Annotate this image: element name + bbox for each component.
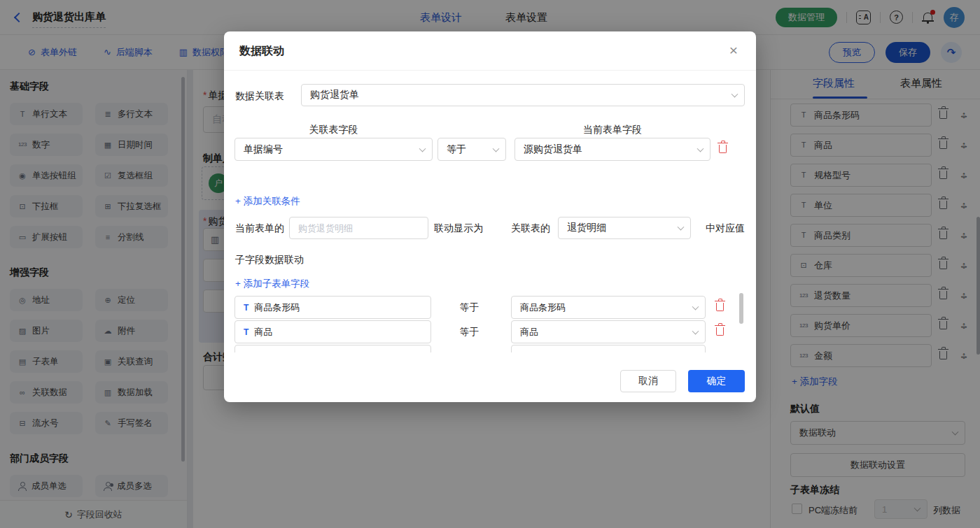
delete-subfield-icon[interactable] <box>716 327 724 336</box>
condition-operator-select[interactable]: 等于 <box>438 138 506 161</box>
delete-condition-icon[interactable] <box>719 145 727 153</box>
cancel-button[interactable]: 取消 <box>620 370 676 392</box>
text-field-icon: T <box>244 304 248 312</box>
subfield-target-select[interactable]: 商品条形码 <box>511 296 706 319</box>
chevron-down-icon <box>419 145 426 152</box>
right-column-header: 当前表单字段 <box>514 124 710 136</box>
linkage-display-label: 联动显示为 <box>434 222 483 235</box>
operator-label: 等于 <box>460 326 479 338</box>
subfield-source[interactable] <box>234 345 431 352</box>
chevron-down-icon <box>692 327 699 334</box>
relation-table-select[interactable]: 购货退货单 <box>301 84 745 106</box>
condition-target-select[interactable]: 源购货退货单 <box>514 138 710 161</box>
chevron-down-icon <box>493 145 500 152</box>
chevron-down-icon <box>732 91 738 98</box>
chevron-down-icon <box>692 303 699 310</box>
add-subfield-link[interactable]: + 添加子表单字段 <box>235 278 309 290</box>
subfield-row: T商品 等于 商品 <box>234 320 756 343</box>
modal-header-divider <box>224 70 756 71</box>
relation-table-label: 数据关联表 <box>235 90 284 103</box>
modal-title: 数据联动 <box>239 44 284 59</box>
left-column-header: 关联表字段 <box>234 124 433 136</box>
condition-field-select[interactable]: 单据编号 <box>234 138 433 161</box>
delete-subfield-icon[interactable] <box>716 303 724 311</box>
related-subform-select[interactable]: 退货明细 <box>558 217 691 239</box>
chevron-down-icon <box>678 224 685 231</box>
subfield-linkage-heading: 子字段数据联动 <box>235 254 304 266</box>
current-form-label: 当前表单的 <box>235 222 284 235</box>
close-icon[interactable]: × <box>729 43 738 57</box>
subfield-source[interactable]: T商品 <box>234 320 431 343</box>
chevron-down-icon <box>697 145 704 152</box>
current-form-field-input[interactable] <box>289 217 428 239</box>
add-condition-link[interactable]: + 添加关联条件 <box>235 195 300 208</box>
subfield-row: T商品条形码 等于 商品条形码 <box>234 296 756 319</box>
subfield-row <box>234 345 756 352</box>
subfield-target-select[interactable] <box>511 345 706 352</box>
corresponding-value-label: 中对应值 <box>706 222 745 235</box>
operator-label: 等于 <box>460 301 479 314</box>
text-field-icon: T <box>244 328 248 336</box>
subfield-source[interactable]: T商品条形码 <box>234 296 431 319</box>
related-table-label: 关联表的 <box>511 222 550 235</box>
confirm-button[interactable]: 确定 <box>688 370 745 392</box>
subfield-mapping-list: T商品条形码 等于 商品条形码 T商品 等于 商品 <box>234 296 756 352</box>
data-linkage-modal: 数据联动 × 数据关联表 购货退货单 关联表字段 当前表单字段 单据编号 等于 … <box>224 31 756 402</box>
subfield-target-select[interactable]: 商品 <box>511 320 706 343</box>
subfield-list-scrollbar[interactable] <box>739 293 743 324</box>
